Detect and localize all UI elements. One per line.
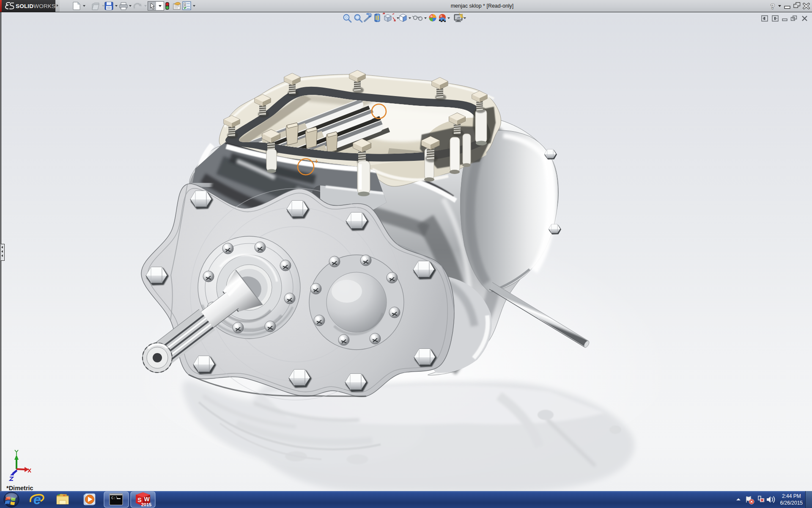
svg-text:W: W — [144, 496, 150, 502]
svg-text:?: ? — [771, 3, 775, 11]
svg-text:2015: 2015 — [141, 502, 151, 507]
